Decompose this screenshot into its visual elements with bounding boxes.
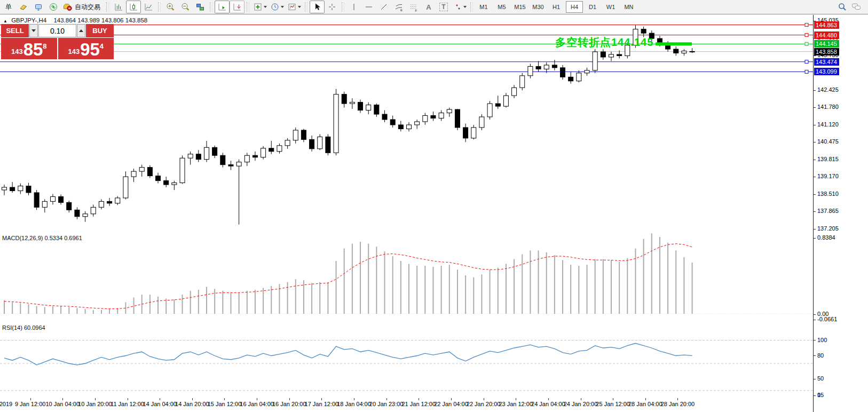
timeframe-D1[interactable]: D1: [584, 1, 601, 13]
time-tick: [451, 398, 452, 400]
hline-handle[interactable]: [805, 70, 808, 73]
price-scale[interactable]: 145.035144.390143.730142.425141.780141.1…: [813, 15, 868, 412]
candle-up: [99, 201, 104, 207]
hline-handle[interactable]: [805, 60, 808, 64]
chat-icon[interactable]: [851, 2, 863, 12]
chart-shift-button[interactable]: [230, 1, 244, 13]
buy-price-prefix: 143: [68, 47, 80, 56]
zoom-out-button[interactable]: [178, 1, 193, 13]
auto-scroll-button[interactable]: [215, 1, 230, 13]
time-tick: [30, 398, 31, 400]
candle-down: [220, 155, 225, 164]
crosshair-tool-button[interactable]: [325, 1, 340, 13]
vertical-line-tool-button[interactable]: [346, 1, 361, 13]
candle-down: [382, 114, 387, 120]
chart-canvas[interactable]: [0, 15, 813, 398]
chart-area[interactable]: ▲ GBPJPY-,H4 143.864 143.989 143.806 143…: [0, 15, 813, 398]
time-tick: [321, 398, 322, 400]
sell-button[interactable]: SELL: [1, 24, 29, 37]
volume-input[interactable]: 0.10: [38, 24, 76, 37]
time-tick: [613, 398, 613, 400]
timeframe-M1[interactable]: M1: [475, 1, 492, 13]
timeframe-MN[interactable]: MN: [620, 1, 637, 13]
indicators-button[interactable]: [251, 1, 269, 13]
candle-up: [544, 65, 549, 69]
collapse-arrow-icon[interactable]: ▲: [3, 19, 7, 23]
timeframe-H1[interactable]: H1: [548, 1, 565, 13]
time-tick: [484, 398, 484, 400]
pivot-annotation-text[interactable]: 多空转折点144.145: [555, 35, 653, 50]
candle-up: [91, 207, 96, 213]
label-tool-label: T: [439, 3, 447, 11]
new-order-button[interactable]: 单: [1, 1, 16, 13]
zoom-in-button[interactable]: [163, 1, 178, 13]
rsi-scale-tick: 100: [814, 337, 827, 343]
search-icon[interactable]: [837, 2, 848, 12]
candle-up: [520, 76, 525, 88]
time-tick: [289, 398, 290, 400]
arrows-tool-button[interactable]: [451, 1, 468, 13]
timeframe-W1[interactable]: W1: [602, 1, 619, 13]
volume-increase-button[interactable]: [77, 24, 85, 37]
macd-signal-line: [4, 244, 692, 309]
horizontal-level-lines[interactable]: [0, 23, 813, 74]
timeframe-M15[interactable]: M15: [511, 1, 528, 13]
one-click-trade-panel: SELL 0.10 BUY 143858 143954: [1, 24, 114, 59]
pivot-segment[interactable]: [656, 42, 692, 45]
timeframe-M5[interactable]: M5: [493, 1, 510, 13]
cursor-tool-button[interactable]: [310, 1, 325, 13]
buy-price-display[interactable]: 143954: [58, 38, 114, 59]
time-label: 28 Jan 20:00: [661, 401, 695, 407]
candle-down: [59, 196, 64, 202]
arrows-icon: [453, 2, 462, 12]
timeframe-M30[interactable]: M30: [530, 1, 547, 13]
time-axis[interactable]: 8 Jan 20199 Jan 12:0010 Jan 04:0010 Jan …: [0, 398, 813, 412]
book-icon-button[interactable]: [16, 1, 31, 13]
candle-up: [366, 105, 371, 110]
templates-button[interactable]: [286, 1, 303, 13]
candle-down: [67, 202, 72, 210]
trendline-tool-button[interactable]: [376, 1, 391, 13]
candle-up: [50, 196, 55, 201]
candle-down: [431, 116, 436, 118]
signal-icon-button[interactable]: [46, 1, 61, 13]
monitor-icon-button[interactable]: [31, 1, 46, 13]
time-tick: [224, 398, 225, 400]
timeframe-H4[interactable]: H4: [566, 1, 583, 13]
text-label-tool-button[interactable]: T: [436, 1, 451, 13]
time-label: 11 Jan 12:00: [111, 401, 144, 407]
hline-handle[interactable]: [805, 42, 808, 45]
candle-up: [42, 201, 47, 207]
candlestick-chart-button[interactable]: [126, 1, 141, 13]
line-chart-button[interactable]: [141, 1, 156, 13]
channel-tool-button[interactable]: E: [391, 1, 406, 13]
toolbar-grip: [342, 2, 344, 12]
book-icon: [19, 2, 28, 12]
time-label: 10 Jan 20:00: [78, 401, 112, 407]
candle-down: [34, 193, 39, 207]
candle-down: [107, 201, 112, 203]
time-tick: [62, 398, 63, 400]
candle-up: [180, 158, 185, 183]
hline-handle[interactable]: [805, 23, 808, 27]
candle-up: [285, 140, 290, 146]
buy-button[interactable]: BUY: [86, 24, 114, 37]
candle-up: [585, 70, 589, 73]
sell-price-prefix: 143: [11, 47, 23, 56]
text-tool-button[interactable]: A: [421, 1, 436, 13]
bar-chart-button[interactable]: [111, 1, 126, 13]
tile-windows-button[interactable]: [193, 1, 208, 13]
time-label: 28 Jan 04:00: [628, 401, 662, 407]
candle-down: [390, 120, 395, 125]
sell-price-display[interactable]: 143858: [1, 38, 57, 59]
toolbar: 单 自动交易: [0, 0, 868, 14]
autotrading-button[interactable]: 自动交易: [61, 1, 104, 13]
fibonacci-tool-button[interactable]: F: [406, 1, 421, 13]
hline-handle[interactable]: [805, 34, 808, 37]
periods-button[interactable]: [269, 1, 286, 13]
toolbar-right-group: [837, 2, 867, 12]
volume-decrease-button[interactable]: [29, 24, 38, 37]
price-tag-144.145: 144.145: [814, 40, 839, 47]
candle-up: [277, 146, 282, 152]
horizontal-line-tool-button[interactable]: [361, 1, 376, 13]
